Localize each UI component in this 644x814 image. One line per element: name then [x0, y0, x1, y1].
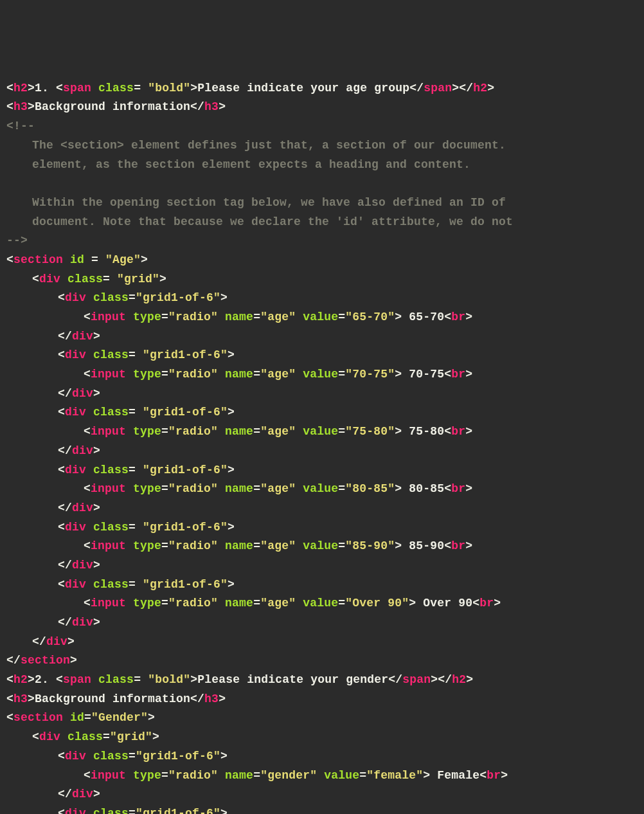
comment-line[interactable]: element, as the section element expects … [6, 156, 644, 175]
div-grid1of6-open[interactable]: <div class="grid1-of-6"> [6, 804, 644, 814]
div-grid1of6-close[interactable]: </div> [6, 785, 644, 804]
input-age-line[interactable]: <input type="radio" name="age" value="75… [6, 422, 644, 442]
section-gender-open[interactable]: <section id="Gender"> [6, 709, 644, 728]
section-age-open[interactable]: <section id = "Age"> [6, 251, 644, 270]
input-age-line[interactable]: <input type="radio" name="age" value="80… [6, 480, 644, 499]
h2-line-1[interactable]: <h2>1. <span class= "bold">Please indica… [6, 79, 644, 98]
comment-line[interactable]: Within the opening section tag below, we… [6, 194, 644, 213]
section-age-close[interactable]: </section> [6, 651, 644, 671]
h3-line-2[interactable]: <h3>Background information</h3> [6, 690, 644, 709]
div-grid-open-2[interactable]: <div class="grid"> [6, 728, 644, 747]
div-grid1of6-open[interactable]: <div class= "grid1-of-6"> [6, 518, 644, 538]
div-grid1of6-close[interactable]: </div> [6, 384, 644, 404]
div-grid1of6-close[interactable]: </div> [6, 327, 644, 347]
input-gender-line[interactable]: <input type="radio" name="gender" value=… [6, 766, 644, 786]
div-grid1of6-close[interactable]: </div> [6, 556, 644, 575]
div-grid1of6-close[interactable]: </div> [6, 442, 644, 461]
comment-empty[interactable] [6, 174, 644, 194]
div-grid1of6-open[interactable]: <div class= "grid1-of-6"> [6, 346, 644, 365]
comment-line[interactable]: document. Note that because we declare t… [6, 213, 644, 232]
input-age-line[interactable]: <input type="radio" name="age" value="65… [6, 308, 644, 327]
comment-close[interactable]: --> [6, 231, 644, 251]
div-grid1of6-open[interactable]: <div class="grid1-of-6"> [6, 747, 644, 766]
comment-open[interactable]: <!-- [6, 117, 644, 136]
h2-line-2[interactable]: <h2>2. <span class= "bold">Please indica… [6, 671, 644, 690]
h3-line-1[interactable]: <h3>Background information</h3> [6, 98, 644, 117]
div-grid-close[interactable]: </div> [6, 633, 644, 652]
div-grid1of6-open[interactable]: <div class= "grid1-of-6"> [6, 575, 644, 595]
div-grid1of6-open[interactable]: <div class= "grid1-of-6"> [6, 403, 644, 422]
div-grid1of6-open[interactable]: <div class="grid1-of-6"> [6, 289, 644, 308]
input-age-line[interactable]: <input type="radio" name="age" value="85… [6, 537, 644, 556]
comment-line[interactable]: The <section> element defines just that,… [6, 136, 644, 156]
div-grid1of6-close[interactable]: </div> [6, 499, 644, 518]
div-grid1of6-close[interactable]: </div> [6, 613, 644, 633]
div-grid-open[interactable]: <div class= "grid"> [6, 270, 644, 289]
input-age-line[interactable]: <input type="radio" name="age" value="Ov… [6, 594, 644, 613]
input-age-line[interactable]: <input type="radio" name="age" value="70… [6, 365, 644, 384]
code-editor[interactable]: <h2>1. <span class= "bold">Please indica… [6, 79, 644, 814]
div-grid1of6-open[interactable]: <div class= "grid1-of-6"> [6, 461, 644, 480]
